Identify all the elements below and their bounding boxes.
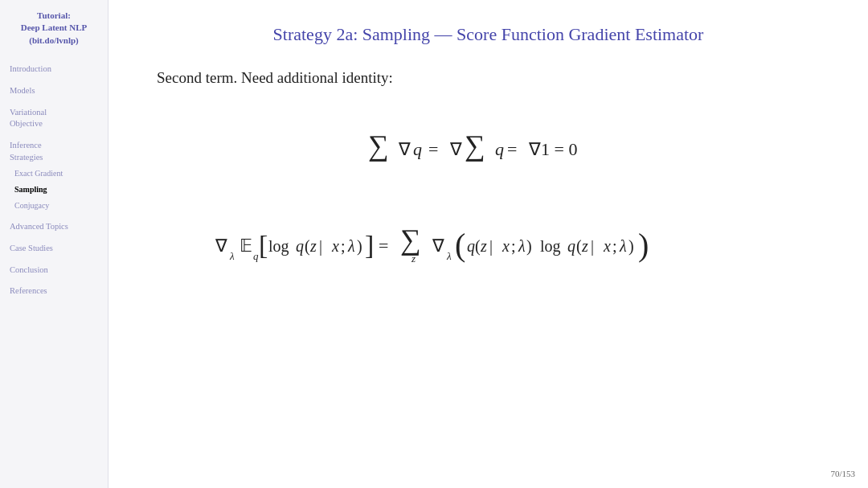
svg-text:;: ;: [511, 237, 516, 255]
svg-text:∑: ∑: [465, 129, 485, 162]
svg-text:q: q: [467, 237, 475, 256]
svg-text:(: (: [475, 237, 481, 256]
sidebar-item-introduction[interactable]: Introduction: [6, 61, 101, 78]
slide-title: Strategy 2a: Sampling — Score Function G…: [157, 24, 820, 45]
svg-text:log: log: [268, 237, 289, 256]
svg-text:=: =: [379, 236, 388, 256]
svg-text:=: =: [428, 139, 438, 159]
sidebar-item-conjugacy[interactable]: Conjugacy: [6, 198, 101, 214]
svg-text:|: |: [591, 237, 594, 256]
svg-text:(: (: [305, 237, 310, 256]
svg-text:z: z: [309, 237, 317, 255]
sidebar: Tutorial: Deep Latent NLP (bit.do/lvnlp)…: [0, 0, 108, 488]
svg-text:x: x: [603, 237, 611, 255]
svg-text:λ: λ: [619, 237, 627, 255]
svg-text:;: ;: [341, 237, 346, 255]
equation-1: ∑ ∇ q = ∇ ∑ q = ∇1 = 0: [157, 119, 820, 175]
sidebar-item-variational[interactable]: Variational Objective: [6, 105, 101, 133]
svg-text:z: z: [581, 237, 588, 255]
svg-text:): ): [628, 237, 634, 256]
svg-text:z: z: [480, 237, 487, 255]
svg-text:[: [: [259, 230, 268, 260]
svg-text:;: ;: [612, 237, 617, 255]
sidebar-item-exact-gradient[interactable]: Exact Gradient: [6, 166, 101, 182]
svg-text:]: ]: [365, 230, 374, 260]
sidebar-item-case-studies[interactable]: Case Studies: [6, 240, 101, 257]
sidebar-item-sampling[interactable]: Sampling: [6, 182, 101, 198]
sidebar-item-conclusion[interactable]: Conclusion: [6, 262, 101, 279]
svg-text:): ): [638, 227, 649, 263]
svg-text:(: (: [455, 227, 465, 263]
svg-text:log: log: [540, 237, 561, 256]
svg-text:λ: λ: [229, 250, 235, 262]
svg-text:q: q: [296, 237, 304, 256]
svg-text:x: x: [331, 237, 339, 255]
svg-text:∇: ∇: [449, 139, 462, 159]
sidebar-item-advanced-topics[interactable]: Advanced Topics: [6, 219, 101, 236]
svg-text:∇: ∇: [215, 236, 227, 256]
svg-text:z: z: [411, 252, 416, 265]
svg-text:(: (: [576, 237, 582, 256]
slide-body: Second term. Need additional identity: ∑…: [157, 69, 820, 472]
svg-text:): ): [357, 237, 362, 256]
sidebar-item-models[interactable]: Models: [6, 83, 101, 100]
svg-text:|: |: [489, 237, 493, 256]
svg-text:=: =: [507, 139, 517, 159]
svg-text:∑: ∑: [368, 129, 389, 162]
sidebar-item-inference[interactable]: Inference Strategies: [6, 137, 101, 166]
equation-2: ∇ λ 𝔼 q [ log q ( z | x ; λ ) ]: [157, 207, 820, 280]
svg-text:q: q: [495, 139, 504, 159]
main-content: Strategy 2a: Sampling — Score Function G…: [108, 0, 868, 488]
text-line: Second term. Need additional identity:: [157, 69, 820, 87]
svg-text:∑: ∑: [400, 223, 421, 256]
svg-text:∇: ∇: [432, 236, 444, 256]
svg-text:λ: λ: [347, 237, 355, 255]
svg-text:q: q: [567, 237, 575, 256]
svg-text:∇: ∇: [398, 139, 411, 159]
sidebar-item-references[interactable]: References: [6, 283, 101, 300]
svg-text:∇1 = 0: ∇1 = 0: [528, 139, 577, 159]
sidebar-title[interactable]: Tutorial: Deep Latent NLP (bit.do/lvnlp): [6, 10, 101, 47]
svg-text:𝔼: 𝔼: [240, 236, 252, 256]
svg-text:x: x: [502, 237, 510, 255]
svg-text:): ): [526, 237, 532, 256]
svg-text:|: |: [319, 237, 322, 256]
svg-text:q: q: [413, 139, 422, 159]
svg-text:λ: λ: [446, 250, 452, 262]
svg-text:q: q: [253, 250, 259, 262]
svg-text:λ: λ: [518, 237, 526, 255]
page-number: 70/153: [830, 469, 855, 478]
